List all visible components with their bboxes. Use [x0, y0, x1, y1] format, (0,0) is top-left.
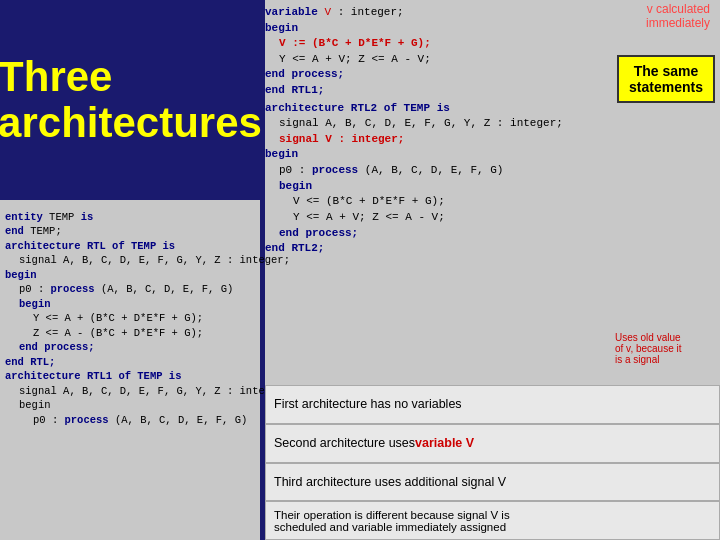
title-line1: Three	[0, 53, 112, 100]
same-statements-line2: statements	[629, 79, 703, 95]
annotation-line2: immediately	[646, 16, 710, 30]
top-code-block: variable V : integer; begin V := (B*C + …	[265, 5, 563, 257]
summary-text-1: First architecture has no variables	[274, 397, 462, 411]
code-line: signal V : integer;	[279, 132, 563, 148]
code-line: end RTL2;	[265, 241, 563, 257]
code-line: V <= (B*C + D*E*F + G);	[293, 194, 563, 210]
code-line: Y <= A + (B*C + D*E*F + G);	[33, 311, 290, 325]
summary-row-3: Third architecture uses additional signa…	[265, 463, 720, 502]
summary-text-2-prefix: Second architecture uses	[274, 436, 415, 450]
code-line: architecture RTL2 of TEMP is	[265, 101, 563, 117]
top-annotation: v calculated immediately	[646, 2, 710, 30]
summary-text-4b: scheduled and variable immediately assig…	[274, 521, 506, 533]
code-line: architecture RTL1 of TEMP is	[5, 369, 290, 383]
code-line: begin	[19, 398, 290, 412]
code-line: end process;	[19, 340, 290, 354]
code-line: begin	[265, 147, 563, 163]
uses-old-line2: of v, because it	[615, 343, 682, 354]
code-line: signal A, B, C, D, E, F, G, Y, Z : integ…	[19, 384, 290, 398]
summary-text-3: Third architecture uses additional signa…	[274, 475, 506, 489]
summary-text-2-highlight: variable V	[415, 436, 474, 450]
code-line: begin	[5, 268, 290, 282]
left-code-block: entity TEMP is end TEMP; architecture RT…	[5, 210, 290, 427]
code-line: signal A, B, C, D, E, F, G, Y, Z : integ…	[279, 116, 563, 132]
title-area: Three architectures	[0, 0, 260, 200]
code-line: end RTL1;	[265, 83, 563, 99]
summary-row-4: Their operation is different because sig…	[265, 501, 720, 540]
title-line2: architectures	[0, 99, 262, 146]
code-line: end process;	[265, 67, 563, 83]
annotation-line1: v calculated	[647, 2, 710, 16]
same-statements-box: The same statements	[617, 55, 715, 103]
code-line: Y <= A + V; Z <= A - V;	[279, 52, 563, 68]
uses-old-value-annotation: Uses old value of v, because it is a sig…	[615, 332, 715, 365]
code-line: Z <= A - (B*C + D*E*F + G);	[33, 326, 290, 340]
bottom-summary: First architecture has no variables Seco…	[265, 385, 720, 540]
code-line: begin	[19, 297, 290, 311]
code-line: signal A, B, C, D, E, F, G, Y, Z : integ…	[19, 253, 290, 267]
code-line: begin	[265, 21, 563, 37]
code-line: architecture RTL of TEMP is	[5, 239, 290, 253]
code-line: end TEMP;	[5, 224, 290, 238]
code-line: end process;	[279, 226, 563, 242]
code-line: begin	[279, 179, 563, 195]
code-line: end RTL;	[5, 355, 290, 369]
uses-old-line3: is a signal	[615, 354, 659, 365]
code-line: variable V : integer;	[265, 5, 563, 21]
code-line: entity TEMP is	[5, 210, 290, 224]
summary-row-2: Second architecture uses variable V	[265, 424, 720, 463]
code-line: p0 : process (A, B, C, D, E, F, G)	[279, 163, 563, 179]
summary-row-1: First architecture has no variables	[265, 385, 720, 424]
code-line: p0 : process (A, B, C, D, E, F, G)	[19, 282, 290, 296]
uses-old-line1: Uses old value	[615, 332, 681, 343]
page-title: Three architectures	[0, 54, 262, 146]
code-line: Y <= A + V; Z <= A - V;	[293, 210, 563, 226]
same-statements-line1: The same	[634, 63, 699, 79]
code-line: V := (B*C + D*E*F + G);	[279, 36, 563, 52]
code-line: p0 : process (A, B, C, D, E, F, G)	[33, 413, 290, 427]
summary-text-4a: Their operation is different because sig…	[274, 509, 510, 521]
